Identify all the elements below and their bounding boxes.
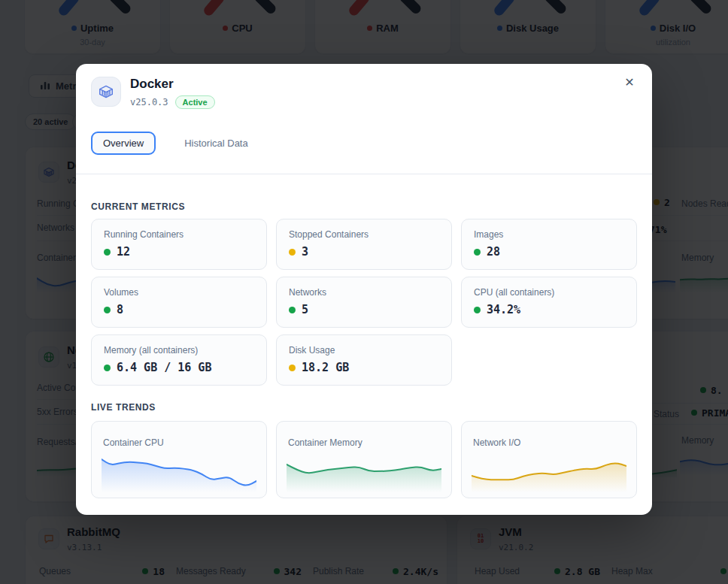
status-dot	[289, 365, 296, 371]
metric-label: Images	[474, 229, 624, 240]
version-label: v25.0.3	[130, 97, 168, 107]
docker-cube-icon	[91, 77, 121, 107]
metric-card-disk-usage: Disk Usage 18.2 GB	[276, 334, 452, 386]
sparkline-network-io	[472, 455, 626, 492]
modal-title: Docker	[130, 77, 174, 92]
metric-card-networks: Networks 5	[276, 277, 452, 328]
metric-label: Running Containers	[104, 229, 254, 240]
modal-tabs: Overview Historical Data	[91, 132, 260, 155]
sparkline-container-cpu	[102, 455, 256, 492]
status-dot	[104, 307, 111, 313]
status-dot	[104, 365, 111, 371]
tab-historical-data[interactable]: Historical Data	[172, 132, 260, 155]
docker-detail-modal: Docker v25.0.3 Active ✕ Overview Histori…	[76, 64, 652, 515]
current-metrics-grid: Running Containers 12 Stopped Containers…	[91, 219, 637, 386]
trend-label: Network I/O	[473, 437, 520, 448]
metric-label: Disk Usage	[289, 345, 439, 356]
status-dot	[289, 249, 296, 256]
close-button[interactable]: ✕	[620, 73, 639, 91]
metric-card-running-containers: Running Containers 12	[91, 219, 267, 270]
status-dot	[474, 249, 481, 256]
current-metrics-title: CURRENT METRICS	[91, 201, 185, 212]
live-trends-title: LIVE TRENDS	[91, 402, 156, 413]
metric-card-images: Images 28	[461, 219, 637, 270]
metric-card-stopped-containers: Stopped Containers 3	[276, 219, 452, 270]
metric-value: 5	[289, 303, 439, 316]
metric-value: 18.2 GB	[289, 361, 439, 374]
status-dot	[474, 307, 481, 313]
metric-label: Volumes	[104, 287, 254, 298]
metric-value: 3	[289, 245, 439, 259]
metric-label: Networks	[289, 287, 439, 298]
status-badge: Active	[175, 95, 215, 109]
metric-card-cpu: CPU (all containers) 34.2%	[461, 277, 637, 328]
tab-overview[interactable]: Overview	[91, 132, 156, 155]
metric-value: 34.2%	[474, 303, 624, 316]
metric-card-memory: Memory (all containers) 6.4 GB / 16 GB	[91, 334, 267, 386]
trend-card-container-cpu: Container CPU	[91, 421, 267, 498]
metric-value: 28	[474, 245, 624, 259]
metric-value: 8	[104, 303, 254, 316]
metric-label: Stopped Containers	[289, 229, 439, 240]
status-dot	[289, 307, 296, 313]
trend-label: Container Memory	[288, 437, 362, 448]
metric-card-volumes: Volumes 8	[91, 277, 267, 328]
metric-label: CPU (all containers)	[474, 287, 624, 298]
metric-label: Memory (all containers)	[104, 345, 254, 356]
live-trends-grid: Container CPU Container Memory Network I…	[91, 421, 637, 498]
trend-card-network-io: Network I/O	[461, 421, 637, 498]
modal-header: Docker v25.0.3 Active ✕ Overview Histori…	[76, 64, 652, 174]
metric-value: 6.4 GB / 16 GB	[104, 361, 254, 374]
modal-meta: v25.0.3 Active	[130, 95, 215, 109]
sparkline-container-memory	[287, 455, 441, 492]
trend-card-container-memory: Container Memory	[276, 421, 452, 498]
status-dot	[104, 249, 111, 256]
trend-label: Container CPU	[103, 437, 164, 448]
metric-value: 12	[104, 245, 254, 259]
